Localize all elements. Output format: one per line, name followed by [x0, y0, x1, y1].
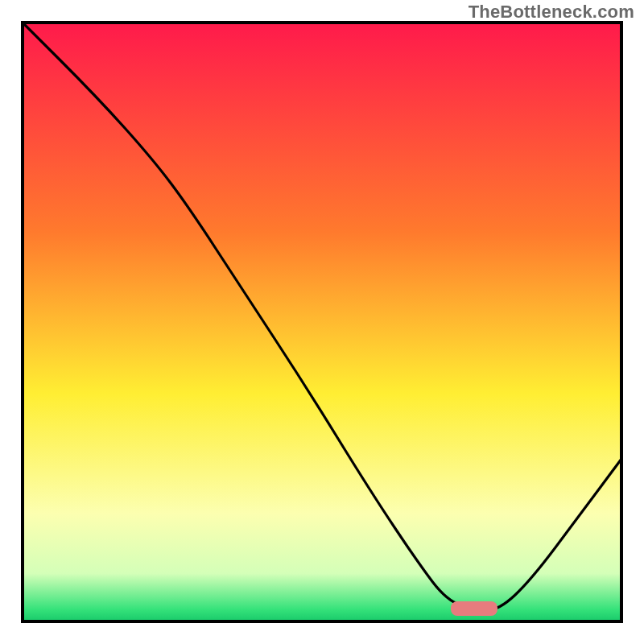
optimal-marker [451, 601, 497, 616]
chart-container: TheBottleneck.com [0, 0, 644, 644]
plot-background [23, 23, 621, 621]
watermark-text: TheBottleneck.com [469, 2, 634, 23]
chart-svg [0, 0, 644, 644]
